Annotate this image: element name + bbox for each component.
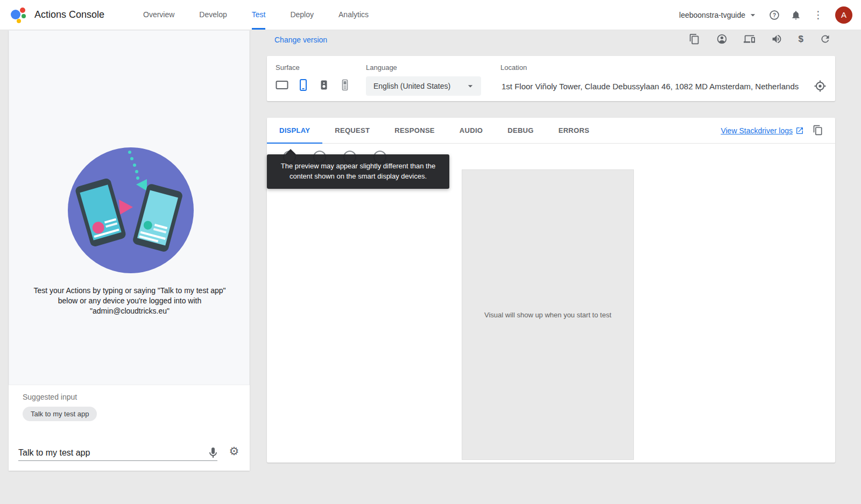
preview-tooltip-text: The preview may appear slightly differen… xyxy=(274,161,442,182)
suggested-input-label: Suggested input xyxy=(23,393,77,401)
output-tabs-card: DISPLAY REQUEST RESPONSE AUDIO DEBUG ERR… xyxy=(267,118,835,463)
help-icon[interactable]: ? xyxy=(769,10,780,20)
tab-request[interactable]: REQUEST xyxy=(322,118,382,144)
tab-response[interactable]: RESPONSE xyxy=(382,118,447,144)
copy-icon[interactable] xyxy=(689,33,700,45)
phone-surface-icon[interactable] xyxy=(297,79,309,91)
speaker-surface-icon[interactable] xyxy=(317,79,330,91)
preview-tooltip: The preview may appear slightly differen… xyxy=(267,154,449,189)
page-title: Actions Console xyxy=(34,0,104,30)
tab-audio[interactable]: AUDIO xyxy=(447,118,495,144)
volume-icon[interactable] xyxy=(771,33,782,45)
account-avatar[interactable]: A xyxy=(835,6,852,24)
surface-label: Surface xyxy=(276,63,300,72)
change-version-link[interactable]: Change version xyxy=(274,36,327,44)
account-circle-icon[interactable] xyxy=(716,33,728,45)
simulator-welcome-area: Test your Actions by typing or saying "T… xyxy=(9,30,250,385)
surface-settings-card: Surface Language English (United States)… xyxy=(267,56,835,101)
open-in-new-icon xyxy=(795,126,804,135)
language-select[interactable]: English (United States) xyxy=(366,76,481,96)
my-location-icon[interactable] xyxy=(814,80,827,93)
simulator-intro-text: Test your Actions by typing or saying "T… xyxy=(25,286,234,316)
notifications-bell-icon[interactable] xyxy=(791,10,801,20)
simulator-query-input[interactable] xyxy=(18,445,217,461)
svg-text:?: ? xyxy=(773,12,776,18)
overflow-menu-icon[interactable]: ⋮ xyxy=(812,9,824,21)
simulator-toolbar: $ xyxy=(689,33,831,45)
smart-display-surface-icon[interactable] xyxy=(276,79,288,91)
location-label: Location xyxy=(500,63,527,72)
header-actions: leeboonstra-tvguide ? ⋮ A xyxy=(679,0,852,30)
project-name: leeboonstra-tvguide xyxy=(679,11,745,19)
language-value: English (United States) xyxy=(373,82,465,90)
simulator-panel: Test your Actions by typing or saying "T… xyxy=(9,30,250,471)
visual-preview-placeholder: Visual will show up when you start to te… xyxy=(462,169,634,460)
tab-errors[interactable]: ERRORS xyxy=(546,118,602,144)
output-tab-bar: DISPLAY REQUEST RESPONSE AUDIO DEBUG ERR… xyxy=(267,118,835,144)
tooltip-arrow xyxy=(285,149,296,154)
microphone-icon[interactable] xyxy=(207,446,220,459)
copy-output-icon[interactable] xyxy=(813,125,823,136)
phones-illustration xyxy=(67,147,194,274)
settings-gear-icon[interactable]: ⚙ xyxy=(227,444,241,458)
language-label: Language xyxy=(366,63,397,72)
surface-selector xyxy=(276,79,351,91)
billing-dollar-icon[interactable]: $ xyxy=(799,33,803,45)
project-selector[interactable]: leeboonstra-tvguide xyxy=(679,10,758,20)
chevron-down-icon xyxy=(465,81,476,91)
nav-test[interactable]: Test xyxy=(252,0,266,30)
main-nav: Overview Develop Test Deploy Analytics xyxy=(143,0,369,30)
stackdriver-logs-link[interactable]: View Stackdriver logs xyxy=(721,118,804,144)
stackdriver-logs-label: View Stackdriver logs xyxy=(721,126,793,135)
tab-debug[interactable]: DEBUG xyxy=(495,118,546,144)
refresh-icon[interactable] xyxy=(820,33,831,45)
nav-develop[interactable]: Develop xyxy=(199,0,227,30)
top-app-bar: Actions Console Overview Develop Test De… xyxy=(0,0,861,30)
devices-icon[interactable] xyxy=(744,33,755,45)
feature-phone-surface-icon[interactable] xyxy=(338,79,351,91)
visual-preview-placeholder-text: Visual will show up when you start to te… xyxy=(484,311,611,319)
chevron-down-icon xyxy=(747,10,758,20)
nav-deploy[interactable]: Deploy xyxy=(290,0,314,30)
nav-analytics[interactable]: Analytics xyxy=(338,0,369,30)
assistant-logo-icon xyxy=(9,6,27,24)
nav-overview[interactable]: Overview xyxy=(143,0,174,30)
suggestion-chip[interactable]: Talk to my test app xyxy=(23,407,97,421)
location-field[interactable]: 1st Floor Viñoly Tower, Claude Debussyla… xyxy=(502,82,809,91)
tab-display[interactable]: DISPLAY xyxy=(267,118,322,144)
